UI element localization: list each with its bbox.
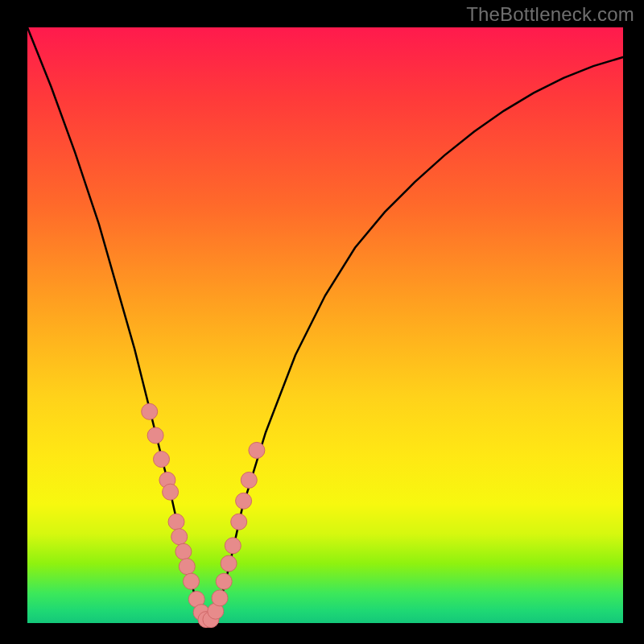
marker-point (221, 555, 237, 572)
chart-frame: TheBottleneck.com (0, 0, 644, 644)
chart-svg (27, 27, 623, 623)
marker-point (212, 590, 228, 606)
marker-point (147, 427, 163, 444)
marker-point (225, 538, 241, 554)
marker-point (179, 559, 195, 575)
marker-point (142, 403, 158, 419)
marker-point (231, 514, 247, 530)
marker-point (154, 452, 170, 468)
marker-point (241, 472, 257, 488)
marker-point (249, 442, 265, 458)
plot-area (27, 27, 623, 623)
marker-point (171, 529, 188, 545)
marker-point (168, 514, 184, 530)
marker-point (236, 493, 252, 509)
watermark-label: TheBottleneck.com (466, 3, 634, 26)
marker-point (175, 543, 192, 559)
marker-point (184, 573, 200, 589)
marker-group (142, 403, 265, 627)
marker-point (216, 573, 232, 589)
marker-point (163, 484, 179, 500)
bottleneck-curve (27, 27, 623, 620)
